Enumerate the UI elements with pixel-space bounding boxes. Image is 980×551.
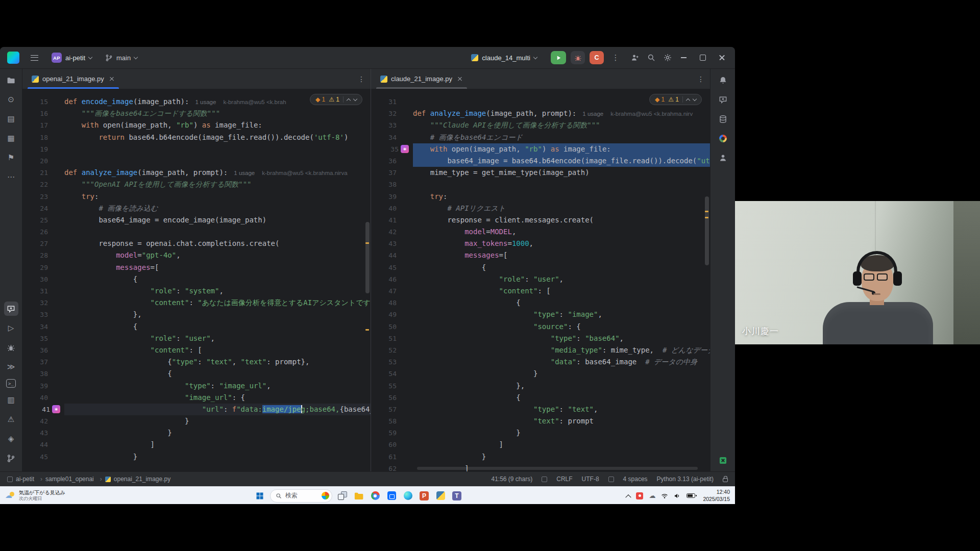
statusbar-widget-icon[interactable] xyxy=(608,477,614,482)
code-line-54[interactable]: 54 } xyxy=(371,368,710,380)
code-line-44[interactable]: 44 messages=[ xyxy=(371,249,710,261)
code-line-47[interactable]: 47 "content": [ xyxy=(371,285,710,297)
vcs-author-inlay[interactable]: k-brahma@wu5 <k.brah xyxy=(223,99,286,105)
vcs-author-inlay[interactable]: k-brahma@wu5 <k.brahma.nirva xyxy=(262,170,347,176)
code-line-57[interactable]: 57 "type": "text", xyxy=(371,404,710,415)
weather-widget[interactable]: 気温が下がる見込み 次の火曜日 xyxy=(5,489,65,503)
inspections-widget[interactable]: ◆ 1 ⚠ 1 xyxy=(649,94,702,105)
code-line-17[interactable]: 17 with open(image_path, "rb") as image_… xyxy=(22,119,371,131)
encoding-widget[interactable]: UTF-8 xyxy=(582,475,599,483)
network-icon[interactable] xyxy=(661,492,668,499)
breadcrumb-file[interactable]: openai_21_image.py xyxy=(105,475,170,483)
search-everywhere-icon[interactable] xyxy=(647,54,655,62)
project-folder-icon[interactable] xyxy=(4,73,18,87)
project-widget[interactable]: AP ai-petit xyxy=(47,51,96,65)
microsoft-store-icon[interactable] xyxy=(385,489,398,503)
tray-expand-icon[interactable] xyxy=(626,494,630,498)
tab-options-icon[interactable] xyxy=(697,74,705,84)
code-line-56[interactable]: 56 { xyxy=(371,392,710,404)
usages-inlay[interactable]: 1 usage xyxy=(195,99,216,105)
main-menu-icon[interactable] xyxy=(31,55,38,61)
code-line-38[interactable]: 38 xyxy=(371,179,710,190)
prev-problem-icon[interactable] xyxy=(686,98,690,102)
warning-stripe-mark[interactable] xyxy=(705,211,708,212)
code-line-51[interactable]: 51 "type": "base64", xyxy=(371,333,710,344)
warning-stripe-mark[interactable] xyxy=(365,329,369,331)
commit-icon[interactable]: ⊙ xyxy=(4,92,18,107)
tab-options-icon[interactable] xyxy=(357,74,365,84)
start-button[interactable] xyxy=(253,489,266,503)
code-line-43[interactable]: 43 } xyxy=(22,427,371,439)
taskbar-clock[interactable]: 12:40 2025/03/15 xyxy=(703,489,730,503)
task-view-icon[interactable] xyxy=(336,489,349,503)
code-with-me-icon[interactable] xyxy=(631,54,639,62)
more-tools-icon[interactable]: ⋯ xyxy=(4,170,18,184)
readonly-lock-icon[interactable] xyxy=(723,478,728,482)
run-configuration-selector[interactable]: claude_14_multi xyxy=(467,52,541,64)
tab-claude-21-image[interactable]: claude_21_image.py xyxy=(375,69,468,89)
code-line-30[interactable]: 30 { xyxy=(22,273,371,285)
version-control-icon[interactable] xyxy=(4,451,18,465)
code-line-40[interactable]: 40 # APIリクエスト xyxy=(371,203,710,214)
code-line-36[interactable]: 36 "content": [ xyxy=(22,344,371,356)
tab-close-icon[interactable] xyxy=(457,76,463,82)
code-line-20[interactable]: 20 xyxy=(22,155,371,167)
services-icon[interactable]: ◈ xyxy=(4,432,18,446)
powerpoint-icon[interactable]: P xyxy=(418,489,431,503)
code-line-44[interactable]: 44 ] xyxy=(22,439,371,450)
code-line-26[interactable]: 26 xyxy=(22,226,371,238)
code-line-27[interactable]: 27 response = openai.chat.completions.cr… xyxy=(22,238,371,249)
code-line-55[interactable]: 55 }, xyxy=(371,380,710,392)
teams-icon[interactable]: T xyxy=(450,489,463,503)
code-line-48[interactable]: 48 { xyxy=(371,297,710,309)
code-line-60[interactable]: 60 ] xyxy=(371,439,710,450)
code-line-33[interactable]: 33 """Claude APIを使用して画像を分析する関数""" xyxy=(371,119,710,131)
code-line-32[interactable]: 32 "content": "あなたは画像分析を得意とするAIアシスタントです。… xyxy=(22,297,371,309)
code-line-40[interactable]: 40 "image_url": { xyxy=(22,392,371,404)
terminal-icon[interactable]: >_ xyxy=(6,379,16,388)
python-interpreter-widget[interactable]: Python 3.13 (ai-petit) xyxy=(657,475,714,483)
code-line-41[interactable]: 41 response = client.messages.create( xyxy=(371,214,710,226)
indent-widget[interactable]: 4 spaces xyxy=(623,475,648,483)
code-line-43[interactable]: 43 max_tokens=1000, xyxy=(371,238,710,249)
code-line-22[interactable]: 22 """OpenAI APIを使用して画像を分析する関数""" xyxy=(22,179,371,190)
chrome-icon[interactable] xyxy=(369,489,382,503)
code-line-35[interactable]: 35∗ with open(image_path, "rb") as image… xyxy=(371,143,710,155)
window-close-button[interactable] xyxy=(715,51,730,65)
bookmarks-icon[interactable]: ⚑ xyxy=(4,151,18,165)
ai-action-gutter-icon[interactable]: ∗ xyxy=(401,145,409,153)
structure-icon[interactable]: ▤ xyxy=(4,112,18,126)
gradient-tool-icon[interactable] xyxy=(716,131,730,145)
more-actions-icon[interactable] xyxy=(608,51,623,64)
warning-stripe-mark[interactable] xyxy=(705,217,708,218)
taskbar-search-box[interactable]: 検索 xyxy=(270,489,332,503)
scrollbar-thumb[interactable] xyxy=(365,222,370,293)
window-maximize-button[interactable] xyxy=(695,51,710,65)
code-line-34[interactable]: 34 { xyxy=(22,321,371,333)
edge-icon[interactable] xyxy=(401,489,414,503)
ai-action-gutter-icon[interactable]: ∗ xyxy=(52,405,60,413)
code-line-37[interactable]: 37 {"type": "text", "text": prompt}, xyxy=(22,356,371,368)
debug-button[interactable] xyxy=(571,51,585,64)
code-line-16[interactable]: 16 """画像をbase64エンコードする関数""" xyxy=(22,108,371,119)
code-line-29[interactable]: 29 messages=[ xyxy=(22,262,371,273)
code-line-19[interactable]: 19 xyxy=(22,143,371,155)
plugins-icon[interactable]: ▦ xyxy=(4,131,18,145)
battery-icon[interactable] xyxy=(687,493,695,498)
horizontal-scrollbar[interactable] xyxy=(417,467,698,470)
code-line-18[interactable]: 18 return base64.b64encode(image_file.re… xyxy=(22,132,371,143)
statusbar-widget-icon[interactable] xyxy=(542,477,547,482)
prev-problem-icon[interactable] xyxy=(347,98,351,102)
code-line-49[interactable]: 49 "type": "image", xyxy=(371,309,710,320)
code-line-41[interactable]: 41∗ "url": f"data:image/jpeg;base64,{bas… xyxy=(22,404,371,415)
code-line-28[interactable]: 28 model="gpt-4o", xyxy=(22,249,371,261)
code-line-33[interactable]: 33 }, xyxy=(22,309,371,320)
code-line-21[interactable]: 21def analyze_image(image_path, prompt):… xyxy=(22,167,371,179)
security-center-icon[interactable] xyxy=(636,492,643,499)
scrollbar-thumb[interactable] xyxy=(705,196,709,265)
caret-position-widget[interactable]: 41:56 (9 chars) xyxy=(492,475,533,483)
claude-button[interactable]: C xyxy=(590,51,604,64)
code-line-45[interactable]: 45 } xyxy=(22,451,371,463)
usages-inlay[interactable]: 1 usage xyxy=(234,170,255,176)
code-line-52[interactable]: 52 "media_type": mime_type, # どんなデータを xyxy=(371,344,710,356)
